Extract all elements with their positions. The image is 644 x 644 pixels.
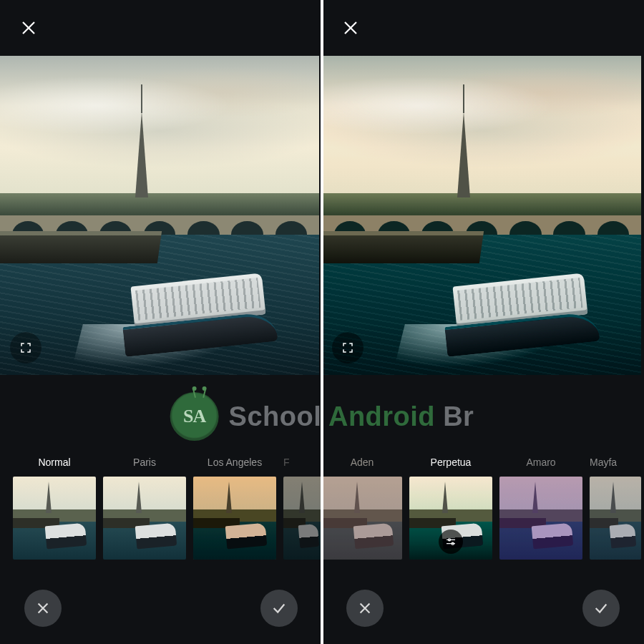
photo-preview[interactable] <box>0 56 319 375</box>
spacer <box>0 375 322 457</box>
filter-normal[interactable]: Normal <box>13 457 96 560</box>
filter-partial[interactable]: F <box>283 457 322 560</box>
filter-label: Amaro <box>526 457 555 469</box>
filter-strip[interactable]: Normal Paris Los Angeles F <box>0 457 322 571</box>
filter-label: Los Angeles <box>208 457 262 469</box>
filter-label: Paris <box>133 457 156 469</box>
topbar <box>0 0 322 56</box>
cancel-button[interactable] <box>24 590 62 627</box>
filter-perpetua[interactable]: Perpetua <box>409 457 492 560</box>
spacer <box>322 375 644 457</box>
editor-screen-perpetua: Aden Perpetua Amaro Mayfa <box>322 0 644 644</box>
expand-icon <box>19 341 32 354</box>
filter-label: F <box>283 457 290 469</box>
bottom-bar <box>0 577 322 644</box>
expand-button[interactable] <box>10 332 42 364</box>
filter-label: Perpetua <box>431 457 472 469</box>
bottom-bar <box>322 577 644 644</box>
expand-icon <box>341 341 354 354</box>
close-icon <box>20 19 37 36</box>
filter-label: Aden <box>351 457 374 469</box>
check-icon <box>271 600 287 616</box>
photo-preview[interactable] <box>322 56 641 375</box>
filter-label: Mayfa <box>590 457 617 469</box>
cancel-button[interactable] <box>346 590 384 627</box>
filter-strip[interactable]: Aden Perpetua Amaro Mayfa <box>322 457 644 571</box>
confirm-button[interactable] <box>260 590 298 627</box>
filter-aden[interactable]: Aden <box>322 457 402 560</box>
screenshot-divider <box>321 0 323 644</box>
close-button[interactable] <box>336 14 365 42</box>
preview-image <box>0 56 319 375</box>
filter-label: Normal <box>38 457 70 469</box>
editor-screen-normal: Normal Paris Los Angeles F <box>0 0 322 644</box>
close-icon <box>342 19 359 36</box>
sliders-icon <box>445 536 457 547</box>
filter-mayfair[interactable]: Mayfa <box>590 457 641 560</box>
cancel-icon <box>357 600 373 616</box>
cancel-icon <box>35 600 51 616</box>
confirm-button[interactable] <box>582 590 620 627</box>
check-icon <box>593 600 609 616</box>
filter-los-angeles[interactable]: Los Angeles <box>193 457 276 560</box>
preview-image <box>322 56 641 375</box>
filter-amaro[interactable]: Amaro <box>499 457 582 560</box>
expand-button[interactable] <box>332 332 364 364</box>
filter-paris[interactable]: Paris <box>103 457 186 560</box>
close-button[interactable] <box>14 14 43 42</box>
topbar <box>322 0 644 56</box>
filter-adjust-button[interactable] <box>439 530 463 554</box>
